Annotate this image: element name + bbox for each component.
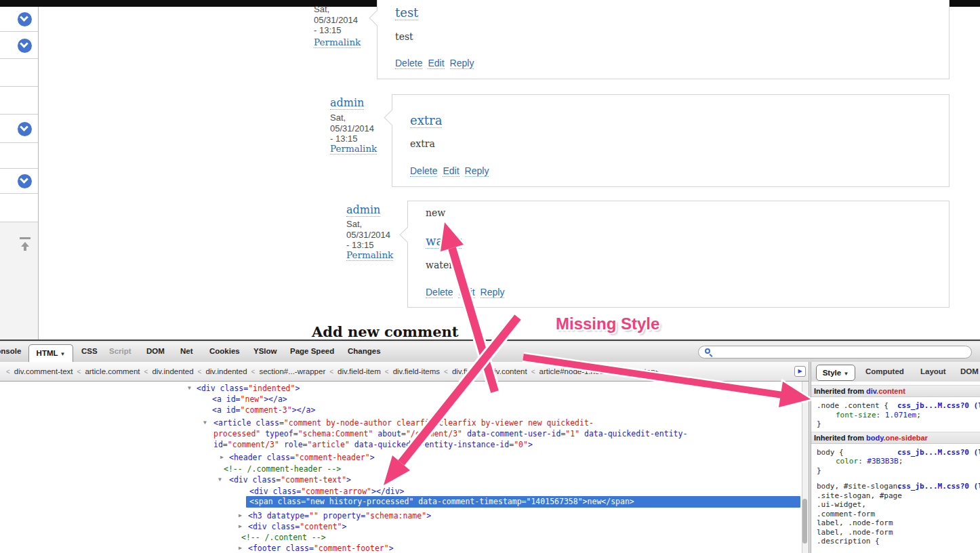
stylesheet-link[interactable]: css_jb...M.css?0 (li	[897, 482, 980, 491]
chevron-down-icon[interactable]	[18, 12, 32, 26]
dom-tree-line[interactable]: processed" typeof="schema:Comment" about…	[213, 428, 687, 439]
comment-action-link[interactable]: Edit	[428, 58, 444, 69]
breadcrumb-item[interactable]: div.indented	[152, 367, 193, 375]
comment-action-link[interactable]: Edit	[458, 287, 474, 298]
firebug-toolbar: ConsoleHTML ▼CSSScriptDOMNetCookiesYSlow…	[0, 342, 980, 362]
dom-tree-line[interactable]: <a id="comment-3"></a>	[212, 405, 315, 415]
tab-css[interactable]: CSS	[81, 347, 98, 355]
breadcrumb-clip-icon: ▶	[656, 369, 660, 375]
comment-author-link[interactable]: admin	[330, 96, 364, 110]
breadcrumb-item[interactable]: div.field-items	[393, 367, 440, 375]
breadcrumb-item[interactable]: div.conten	[620, 367, 655, 375]
breadcrumb-item[interactable]: article#node-1.node	[539, 367, 609, 375]
twisty-icon[interactable]: ▼	[203, 417, 207, 428]
twisty-icon[interactable]: ▶	[220, 452, 224, 463]
style-panel: Inherited from div.content.node .content…	[811, 382, 980, 553]
sidebar-row	[0, 87, 38, 115]
comment-action-link[interactable]: Reply	[465, 165, 489, 177]
twisty-icon[interactable]: ▶	[239, 510, 242, 521]
style-panel-tabs: Style ▼ComputedLayoutDOM	[811, 362, 980, 382]
comment-actions: DeleteEditReply	[395, 58, 474, 69]
tab-dom[interactable]: DOM	[960, 367, 979, 375]
scroll-top-icon[interactable]	[20, 237, 30, 239]
comment-action-link[interactable]: Reply	[450, 58, 474, 69]
comment-title-link[interactable]: test	[395, 5, 418, 20]
css-property[interactable]: font-size: 1.071em;	[817, 411, 980, 420]
comment-action-link[interactable]: Delete	[395, 58, 422, 69]
sidebar-row	[0, 59, 38, 87]
comment-date-line: Sat,	[330, 112, 391, 123]
dom-tree-line[interactable]: <header class="comment-header">	[229, 452, 375, 463]
comment-date-line: Sat,	[346, 219, 407, 230]
dom-tree-line[interactable]: <a id="new"></a>	[212, 394, 287, 405]
chevron-down-icon[interactable]	[18, 122, 32, 136]
breadcrumb-separator: <	[482, 368, 486, 375]
tab-dom[interactable]: DOM	[146, 347, 165, 355]
twisty-icon[interactable]: ▼	[218, 474, 222, 485]
breadcrumb-item[interactable]: section#...-wrapper	[259, 367, 325, 375]
add-comment-heading: Add new comment	[312, 323, 459, 340]
comment-title-link[interactable]: extra	[410, 113, 442, 128]
dom-tree-line-selected[interactable]: <span class="new history-processed" data…	[246, 496, 800, 508]
dom-tree-line[interactable]: <article class="comment by-node-author c…	[213, 417, 594, 428]
dom-tree-line[interactable]: id="comment/3" role="article" data-quick…	[213, 439, 533, 450]
tab-changes[interactable]: Changes	[348, 347, 381, 355]
dom-tree-line[interactable]: <div class="comment-arrow"></div>	[249, 486, 405, 497]
tab-page-speed[interactable]: Page Speed	[290, 347, 334, 355]
tab-script[interactable]: Script	[109, 347, 131, 355]
dom-tree-line[interactable]: <div class="indented">	[197, 383, 300, 394]
search-input[interactable]	[716, 347, 967, 357]
firebug-search-box[interactable]	[698, 346, 972, 359]
comment-actions: DeleteEditReply	[410, 165, 489, 177]
sidebar-row	[0, 115, 38, 143]
comment-title-link[interactable]: water	[426, 234, 462, 249]
twisty-icon[interactable]: ▶	[239, 543, 242, 553]
dom-tree-line[interactable]: <!-- /.comment-header -->	[224, 464, 341, 474]
chevron-down-icon[interactable]	[18, 174, 32, 188]
breadcrumb-item[interactable]: div.content	[490, 367, 527, 375]
twisty-icon[interactable]: ▶	[239, 521, 242, 532]
breadcrumb-item[interactable]: div.field	[452, 367, 478, 375]
breadcrumb-item[interactable]: div.indented	[205, 367, 247, 375]
tab-cookies[interactable]: Cookies	[209, 347, 240, 355]
twisty-icon[interactable]: ▼	[188, 383, 191, 394]
tab-style[interactable]: Style ▼	[816, 365, 855, 381]
breadcrumb-item[interactable]: div.comment-text	[14, 367, 73, 375]
css-selector: .description {	[817, 537, 980, 546]
tab-layout[interactable]: Layout	[920, 367, 946, 375]
comment-date-line: 05/31/2014	[346, 230, 407, 241]
dom-tree-line[interactable]: <h3 datatype="" property="schema:name">	[248, 510, 431, 521]
dom-tree-line[interactable]: <!-- /.content -->	[241, 532, 326, 543]
dom-tree-line[interactable]: <div class="comment-text">	[229, 474, 351, 485]
dom-tree-line[interactable]: <footer class="comment-footer">	[248, 543, 394, 553]
breadcrumb-separator: <	[251, 368, 256, 375]
breadcrumb-overflow-button[interactable]: ▶	[794, 366, 806, 377]
permalink-link[interactable]: Permalink	[346, 249, 393, 261]
scrollbar-thumb[interactable]	[802, 499, 807, 544]
stylesheet-link[interactable]: css_jb...M.css?0 (li	[897, 448, 980, 457]
tab-html[interactable]: HTML ▼	[28, 344, 73, 362]
comment-action-link[interactable]: Delete	[426, 287, 453, 298]
css-close-brace: }	[817, 466, 980, 476]
chevron-down-icon[interactable]	[18, 39, 32, 53]
breadcrumb-item[interactable]: article.comment	[85, 367, 140, 375]
comment-author-link[interactable]: admin	[346, 203, 380, 217]
comment-action-link[interactable]: Delete	[410, 165, 437, 177]
dom-tree-line[interactable]: <div class="content">	[248, 521, 346, 532]
breadcrumb-item[interactable]: div.field-item	[338, 367, 381, 375]
permalink-link[interactable]: Permalink	[314, 37, 361, 48]
scroll-top-arrow-icon[interactable]	[24, 246, 26, 251]
tab-console[interactable]: Console	[0, 347, 21, 355]
tab-yslow[interactable]: YSlow	[253, 347, 277, 355]
comment-action-link[interactable]: Edit	[443, 165, 459, 177]
tab-computed[interactable]: Computed	[865, 367, 904, 375]
css-property[interactable]: color: #3B3B3B;	[817, 457, 980, 466]
comment-date-line: Sat,	[314, 4, 375, 15]
stylesheet-link[interactable]: css_jb...M.css?0 (li	[897, 401, 980, 410]
permalink-link[interactable]: Permalink	[330, 143, 377, 155]
comment-action-link[interactable]: Reply	[481, 287, 505, 298]
comment-body: extra	[410, 138, 435, 149]
breadcrumb-separator: <	[612, 368, 616, 375]
tab-net[interactable]: Net	[180, 347, 193, 355]
breadcrumb-separator: <	[531, 368, 535, 375]
